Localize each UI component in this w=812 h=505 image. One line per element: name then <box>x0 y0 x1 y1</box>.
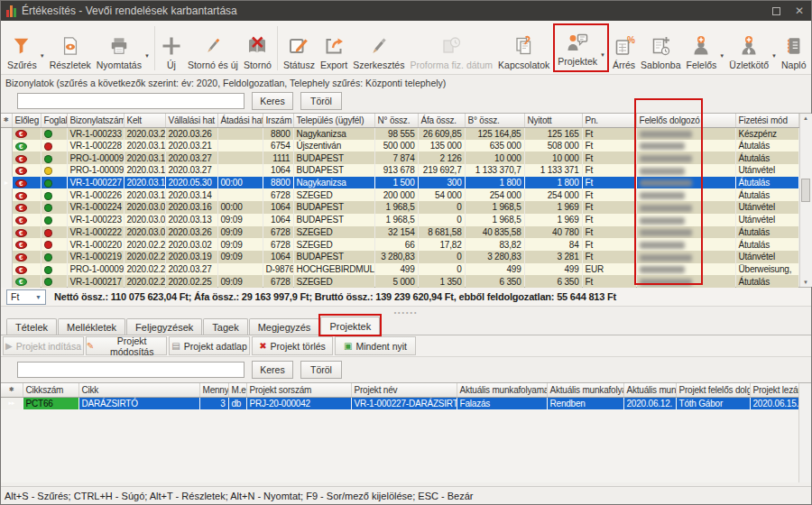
cell[interactable]: Ft <box>582 127 636 140</box>
cell[interactable]: 1111 <box>263 152 293 164</box>
cell[interactable] <box>217 152 263 164</box>
cell[interactable]: Ft <box>582 177 636 189</box>
project-clear-button[interactable]: Töröl <box>300 361 342 379</box>
cell[interactable]: VR-1-000226 <box>67 188 124 201</box>
cell[interactable]: 2020.03.02 <box>124 226 165 239</box>
cell[interactable]: Újszentiván <box>293 140 374 152</box>
column-header[interactable]: Aktuális munkafolyamat : <box>547 383 623 397</box>
maximize-button[interactable] <box>772 7 780 15</box>
projects-vertical-scrollbar[interactable] <box>798 383 811 482</box>
toolbar-button-storno-es-uj[interactable]: Stornó és új <box>185 23 241 74</box>
row-marker[interactable] <box>1 152 12 164</box>
cell[interactable]: Falazás <box>457 397 547 409</box>
cell[interactable]: 1 133 370,7 <box>465 164 524 177</box>
column-header[interactable]: Projekt sorszám <box>246 383 351 397</box>
cell[interactable]: 2020.05.30 <box>165 177 217 189</box>
cell[interactable]: € <box>12 275 41 288</box>
cell[interactable]: Ft <box>582 152 636 164</box>
column-header[interactable]: Vállalási hat <box>165 114 217 127</box>
cell[interactable]: 1064 <box>263 164 293 177</box>
grid-row[interactable]: €VR-1-0002242020.03.092020.03.1600:00106… <box>1 201 798 214</box>
cell[interactable]: 40 835,58 <box>465 226 524 239</box>
cell[interactable]: 10 000 <box>524 152 582 164</box>
cell[interactable]: 2020.02.26 <box>124 263 165 276</box>
cell[interactable]: € <box>12 164 41 177</box>
cell[interactable]: SZEGED <box>293 238 374 251</box>
column-header[interactable]: Település (ügyfél) <box>293 114 374 127</box>
cell[interactable]: SZEGED <box>293 275 374 288</box>
cell[interactable]: VR-1-000228 <box>67 140 124 152</box>
cell[interactable]: 2020.03.26 <box>165 226 217 239</box>
column-header[interactable]: Áfa össz. <box>418 114 465 127</box>
cell[interactable]: 84 <box>524 238 582 251</box>
cell[interactable]: 54 000 <box>418 188 465 201</box>
cell[interactable] <box>41 251 67 263</box>
cell[interactable]: 2020.03.16 <box>165 201 217 214</box>
toolbar-button-szures[interactable]: Szűrés <box>5 23 40 74</box>
cell[interactable] <box>41 275 67 288</box>
dropdown-caret-icon[interactable]: ▼ <box>719 53 724 59</box>
column-header[interactable]: Projekt név <box>351 383 457 397</box>
column-header[interactable]: Bizonylatszám <box>67 114 124 127</box>
scroll-down-icon[interactable]: ▼ <box>803 278 808 287</box>
cell[interactable]: 6728 <box>263 188 293 201</box>
project-search-input[interactable] <box>17 362 245 378</box>
cell[interactable]: 2020.03.13 <box>124 164 165 177</box>
cell[interactable]: 3 281 <box>524 251 582 263</box>
column-header[interactable]: Kelt <box>124 114 165 127</box>
cell[interactable]: 2 126 <box>418 152 465 164</box>
column-header[interactable]: Előleg s <box>12 114 41 127</box>
cell[interactable]: VR-1-000224 <box>67 201 124 214</box>
cell[interactable]: Átutalás <box>735 152 798 164</box>
cell[interactable]: 98 555 <box>374 127 418 140</box>
cell[interactable] <box>41 164 67 177</box>
cell[interactable]: 2020.03.14 <box>165 188 217 201</box>
cell[interactable]: 1 968,5 <box>374 201 418 214</box>
cell[interactable]: 2020.03.13 <box>165 214 217 226</box>
cell[interactable] <box>41 140 67 152</box>
cell[interactable]: DARÁZSIRTÓ <box>78 397 199 409</box>
cell[interactable]: BUDAPEST <box>293 251 374 263</box>
cell[interactable]: 6754 <box>263 140 293 152</box>
cell[interactable]: 2020.03.10 <box>124 188 165 201</box>
cell[interactable]: VR-1-000223 <box>67 214 124 226</box>
cell[interactable]: 0 <box>418 251 465 263</box>
column-header[interactable]: Cikkszám <box>23 383 78 397</box>
cell[interactable]: 2020.03.02 <box>165 238 217 251</box>
toolbar-button-uzletkoto[interactable]: Üzletkötő <box>726 23 771 74</box>
column-header[interactable]: Mennyis <box>199 383 228 397</box>
cell[interactable]: HOCHGEBIRDMULLERS <box>293 263 374 276</box>
cell[interactable]: 2020.03.26 <box>165 127 217 140</box>
cell[interactable]: € <box>12 226 41 239</box>
tab-feljegyzesek[interactable]: Feljegyzések <box>126 318 202 335</box>
cell[interactable]: Átutalás <box>735 275 798 288</box>
cell[interactable]: 2020.02.27 <box>124 238 165 251</box>
cell[interactable]: 09:09 <box>217 226 263 239</box>
cell[interactable] <box>636 263 735 276</box>
cell[interactable]: 2020.06.12. <box>623 397 676 409</box>
cell[interactable]: 6728 <box>263 275 293 288</box>
grid-row[interactable]: €VR-1-0002262020.03.102020.03.146728SZEG… <box>1 188 798 201</box>
tab-mellekletek[interactable]: Mellékletek <box>58 318 125 335</box>
column-header[interactable]: Irszám <box>263 114 293 127</box>
column-header[interactable]: ✱ <box>1 383 23 397</box>
cell[interactable]: 2020.03.11 <box>124 177 165 189</box>
cell[interactable]: 09:09 <box>217 275 263 288</box>
toolbar-button-nyomtatas[interactable]: Nyomtatás <box>94 23 144 74</box>
cell[interactable]: 09:09 <box>217 214 263 226</box>
cell[interactable] <box>41 263 67 276</box>
column-header[interactable]: Pn. <box>582 114 636 127</box>
cell[interactable]: Ft <box>582 140 636 152</box>
cell[interactable]: 3 280,83 <box>374 251 418 263</box>
cell[interactable]: 2020.03.27 <box>165 164 217 177</box>
cell[interactable]: VR-1-000227 <box>67 177 124 189</box>
cell[interactable]: 0 <box>418 263 465 276</box>
cell[interactable]: 219 692,7 <box>418 164 465 177</box>
cell[interactable]: 254 000 <box>465 188 524 201</box>
cell[interactable]: 2020.03.13 <box>124 152 165 164</box>
row-marker[interactable] <box>1 214 12 226</box>
cell[interactable]: € <box>12 152 41 164</box>
cell[interactable]: SZEGED <box>293 188 374 201</box>
cell[interactable] <box>636 164 735 177</box>
cell[interactable]: 0 <box>418 214 465 226</box>
